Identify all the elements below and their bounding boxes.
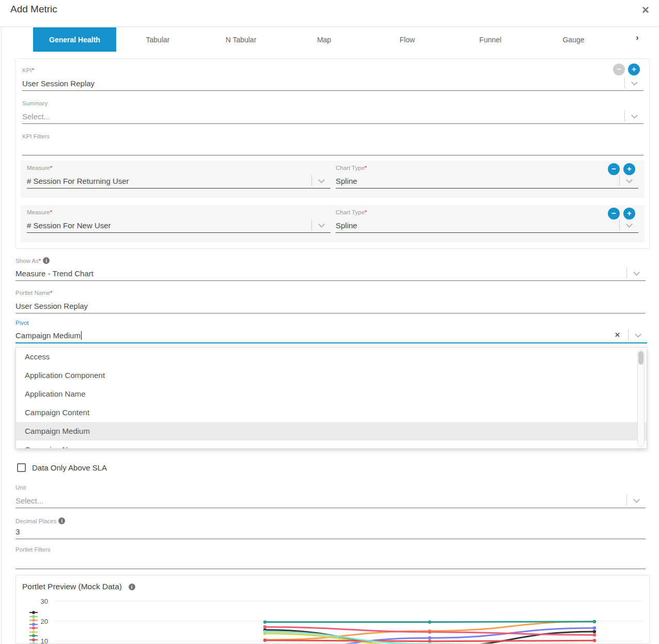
chevron-down-icon[interactable] [633, 496, 640, 503]
preview-title: Portlet Preview (Mock Data) i [22, 582, 135, 591]
decimal-places-value: 3 [15, 527, 20, 536]
select-divider [628, 329, 629, 340]
unit-label: Unit [15, 484, 646, 493]
tab-map[interactable]: Map [283, 27, 366, 52]
legend-marker-series-yellow[interactable] [29, 630, 38, 634]
summary-label: Summary [22, 100, 644, 108]
info-icon[interactable]: i [58, 517, 65, 524]
chevron-down-icon[interactable] [626, 221, 633, 228]
chart-type-value: Spline [336, 177, 357, 185]
dropdown-option-highlighted[interactable]: Campaign Medium [16, 422, 647, 441]
chevron-down-icon[interactable] [635, 331, 641, 338]
dropdown-option[interactable]: Application Name [16, 385, 647, 403]
measure-label: Measure* [27, 165, 331, 173]
chevron-down-icon[interactable] [626, 177, 633, 183]
data-only-above-sla-checkbox[interactable] [17, 463, 26, 472]
close-icon[interactable]: ✕ [641, 4, 650, 16]
legend-marker-series-pink[interactable] [29, 626, 38, 630]
dropdown-scrollbar[interactable] [637, 350, 645, 447]
tab-flow[interactable]: Flow [366, 27, 449, 52]
legend-marker-series-blue[interactable] [29, 622, 38, 626]
portlet-name-value: User Session Replay [15, 302, 88, 310]
select-divider [311, 175, 312, 186]
chevron-down-icon[interactable] [633, 269, 640, 276]
portlet-preview-section: 302010 Portlet Preview (Mock Data) i [15, 575, 650, 644]
show-as-label: Show As*i [15, 257, 646, 265]
legend-marker-series-red[interactable] [29, 638, 38, 642]
legend-marker-series-black[interactable] [29, 610, 38, 615]
select-divider [311, 219, 312, 230]
portlet-name-input[interactable]: User Session Replay [15, 298, 646, 313]
kpi-section: − + KPI* User Session Replay Summary Sel… [15, 58, 650, 249]
info-icon[interactable]: i [129, 584, 135, 590]
tab-funnel[interactable]: Funnel [449, 27, 532, 52]
unit-select[interactable]: Select... [15, 493, 646, 508]
summary-placeholder: Select... [22, 112, 50, 121]
decimal-places-input[interactable]: 3 [15, 526, 646, 539]
chart-legend [29, 610, 39, 644]
kpi-filters-input[interactable] [22, 142, 644, 155]
kpi-select[interactable]: User Session Replay [22, 75, 644, 91]
pivot-input[interactable]: Campaign Medium ✕ [15, 328, 647, 343]
portlet-filters-label: Portlet Filters [15, 546, 646, 555]
chevron-down-icon[interactable] [318, 221, 325, 228]
tab-tabular[interactable]: Tabular [116, 27, 199, 52]
chart-type-label: Chart Type* [336, 209, 638, 217]
measure-select[interactable]: # Session For Returning User [27, 173, 331, 189]
measure-row: − + Measure* # Session For New User Char… [21, 205, 645, 242]
kpi-value: User Session Replay [22, 79, 95, 88]
select-divider [624, 77, 625, 88]
measure-label: Measure* [27, 209, 331, 217]
summary-select[interactable]: Select... [22, 108, 644, 124]
tab-bar: General Health Tabular N Tabular Map Flo… [33, 27, 615, 52]
show-as-value: Measure - Trend Chart [15, 269, 93, 278]
dropdown-option-partial[interactable]: Campaign Name [16, 441, 647, 449]
show-as-select[interactable]: Measure - Trend Chart [15, 265, 646, 281]
scrollbar-thumb[interactable] [638, 351, 644, 365]
select-divider [619, 175, 620, 186]
dialog-header: Add Metric ✕ [0, 0, 659, 27]
legend-marker-series-green[interactable] [29, 615, 38, 619]
chevron-down-icon[interactable] [631, 79, 638, 86]
required-asterisk: * [32, 67, 34, 73]
text-cursor [81, 331, 82, 340]
chart-type-label: Chart Type* [336, 165, 638, 173]
left-edge-light [1, 25, 2, 644]
dropdown-option[interactable]: Application Component [16, 366, 647, 385]
kpi-filters-label: KPI Filters [22, 133, 644, 142]
legend-marker-series-cyan[interactable] [29, 641, 38, 644]
select-divider [619, 219, 620, 230]
data-only-above-sla-label: Data Only Above SLA [32, 463, 107, 472]
tab-n-tabular[interactable]: N Tabular [199, 27, 283, 52]
kpi-label: KPI* [22, 67, 644, 75]
dropdown-option[interactable]: Access [16, 348, 647, 366]
svg-text:20: 20 [41, 618, 48, 625]
select-divider [626, 495, 627, 506]
chart-type-select[interactable]: Spline [336, 173, 638, 189]
svg-text:10: 10 [41, 637, 48, 644]
pivot-label: Pivot [15, 320, 647, 328]
portlet-filters-input[interactable] [15, 555, 646, 569]
chart-type-select[interactable]: Spline [336, 217, 638, 233]
dropdown-option[interactable]: Campaign Content [16, 403, 647, 422]
legend-marker-series-orange[interactable] [29, 618, 38, 622]
info-icon[interactable]: i [43, 257, 50, 264]
clear-icon[interactable]: ✕ [615, 331, 620, 339]
svg-text:30: 30 [41, 598, 48, 605]
measure-value: # Session For New User [27, 221, 111, 230]
chart-type-value: Spline [336, 221, 357, 230]
legend-marker-series-teal[interactable] [29, 634, 38, 638]
tabs-overflow-icon[interactable]: › [636, 33, 639, 43]
chevron-down-icon[interactable] [318, 177, 325, 183]
dialog-title: Add Metric [10, 4, 57, 15]
measure-select[interactable]: # Session For New User [27, 217, 331, 233]
unit-placeholder: Select... [15, 496, 43, 505]
measure-row: − + Measure* # Session For Returning Use… [21, 161, 645, 198]
pivot-dropdown: Access Application Component Application… [15, 347, 647, 449]
chevron-down-icon[interactable] [631, 112, 638, 119]
measure-value: # Session For Returning User [27, 177, 129, 185]
pivot-value: Campaign Medium [15, 331, 82, 340]
tab-general-health[interactable]: General Health [33, 27, 116, 52]
tab-gauge[interactable]: Gauge [532, 27, 615, 52]
select-divider [626, 268, 627, 278]
